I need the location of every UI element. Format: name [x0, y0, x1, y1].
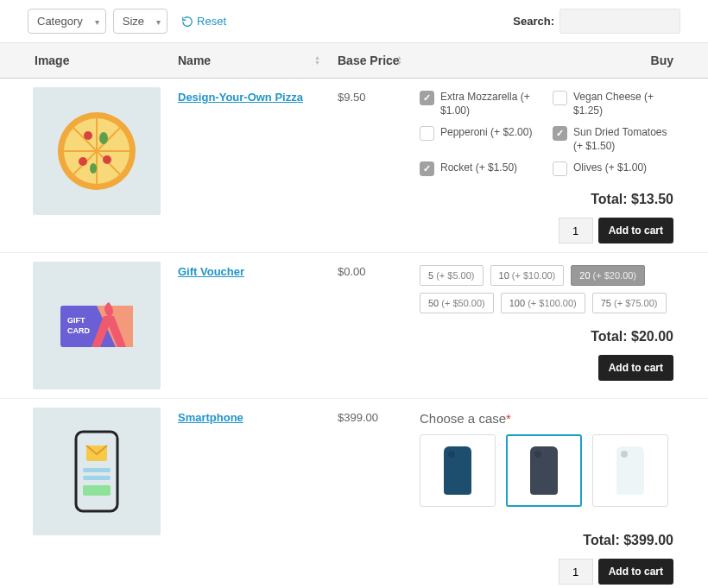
variant-chip[interactable]: 50 (+ $50.00): [420, 293, 494, 313]
addon-item: Rocket (+ $1.50): [420, 161, 540, 176]
product-image[interactable]: [33, 408, 161, 535]
product-row: Smartphone $399.00 Choose a case* Total:…: [0, 399, 708, 588]
base-price: $9.50: [329, 79, 411, 253]
category-select[interactable]: Category: [28, 9, 106, 34]
product-table: Image Name ▲▼ Base Price ▲▼ Buy: [0, 42, 708, 588]
checkbox[interactable]: [420, 91, 434, 105]
svg-text:GIFT: GIFT: [67, 316, 85, 325]
add-to-cart-button[interactable]: Add to cart: [598, 218, 673, 243]
col-image: Image: [0, 43, 169, 79]
case-option[interactable]: [506, 434, 582, 507]
product-link[interactable]: Smartphone: [178, 411, 243, 424]
svg-rect-17: [83, 468, 111, 472]
case-label: Choose a case*: [420, 411, 673, 426]
total-row: Total: $20.00: [420, 329, 673, 345]
addon-item: Olives (+ $1.00): [553, 161, 673, 176]
svg-rect-19: [83, 485, 111, 496]
case-option[interactable]: [420, 434, 496, 507]
variant-chip[interactable]: 5 (+ $5.00): [420, 265, 484, 286]
checkbox[interactable]: [553, 161, 567, 176]
variant-chip[interactable]: 20 (+ $20.00): [571, 265, 645, 286]
product-row: GIFT CARD Gift Voucher $0.00 5 (+ $5.00)…: [0, 253, 708, 399]
svg-point-6: [84, 131, 92, 140]
svg-point-7: [103, 155, 111, 164]
quantity-input[interactable]: [559, 218, 593, 243]
svg-point-9: [99, 132, 108, 144]
case-swatch: [444, 446, 471, 495]
checkbox[interactable]: [420, 126, 434, 141]
addon-item: Sun Dried Tomatoes (+ $1.50): [553, 126, 673, 153]
svg-point-10: [90, 163, 97, 174]
quantity-input[interactable]: [559, 559, 593, 585]
case-options: [420, 434, 673, 507]
size-select[interactable]: Size: [113, 9, 168, 34]
add-to-cart-button[interactable]: Add to cart: [598, 355, 673, 381]
variant-chip[interactable]: 75 (+ $75.00): [592, 293, 667, 313]
checkbox[interactable]: [553, 126, 567, 141]
case-swatch: [530, 446, 558, 495]
base-price: $399.00: [329, 399, 411, 588]
col-base-price[interactable]: Base Price ▲▼: [329, 43, 411, 79]
product-link[interactable]: Design-Your-Own Pizza: [178, 91, 303, 104]
search-input[interactable]: [559, 9, 680, 34]
total-row: Total: $13.50: [420, 192, 673, 207]
variant-chip[interactable]: 100 (+ $100.00): [501, 293, 585, 313]
reset-link[interactable]: Reset: [181, 15, 226, 28]
case-option[interactable]: [592, 434, 668, 507]
case-swatch: [616, 446, 644, 495]
add-to-cart-button[interactable]: Add to cart: [598, 559, 673, 585]
undo-icon: [181, 16, 193, 28]
filter-toolbar: Category Size Reset Search:: [0, 0, 708, 42]
product-link[interactable]: Gift Voucher: [178, 265, 244, 278]
product-image[interactable]: [33, 87, 161, 215]
pizza-icon: [54, 108, 140, 194]
addons-grid: Extra Mozzarella (+ $1.00)Vegan Cheese (…: [420, 91, 673, 176]
sort-icon: ▲▼: [314, 55, 320, 66]
smartphone-icon: [71, 428, 123, 515]
base-price: $0.00: [329, 253, 411, 399]
svg-point-8: [79, 157, 87, 166]
sort-icon: ▲▼: [396, 55, 402, 66]
addon-item: Pepperoni (+ $2.00): [420, 126, 540, 153]
checkbox[interactable]: [420, 161, 434, 176]
addon-item: Extra Mozzarella (+ $1.00): [420, 91, 540, 117]
addon-item: Vegan Cheese (+ $1.25): [553, 91, 673, 117]
checkbox[interactable]: [553, 91, 567, 105]
svg-rect-18: [83, 476, 111, 480]
svg-text:CARD: CARD: [67, 326, 90, 335]
product-image[interactable]: GIFT CARD: [33, 262, 161, 389]
col-name[interactable]: Name ▲▼: [169, 43, 329, 79]
total-row: Total: $399.00: [420, 533, 673, 548]
col-buy: Buy: [411, 43, 708, 79]
gift-card-icon: GIFT CARD: [54, 295, 140, 356]
search-wrap: Search:: [513, 9, 680, 34]
product-row: Design-Your-Own Pizza $9.50 Extra Mozzar…: [0, 79, 708, 253]
variant-chips: 5 (+ $5.00)10 (+ $10.00)20 (+ $20.00)50 …: [420, 265, 673, 313]
search-label: Search:: [513, 15, 554, 28]
variant-chip[interactable]: 10 (+ $10.00): [490, 265, 565, 286]
